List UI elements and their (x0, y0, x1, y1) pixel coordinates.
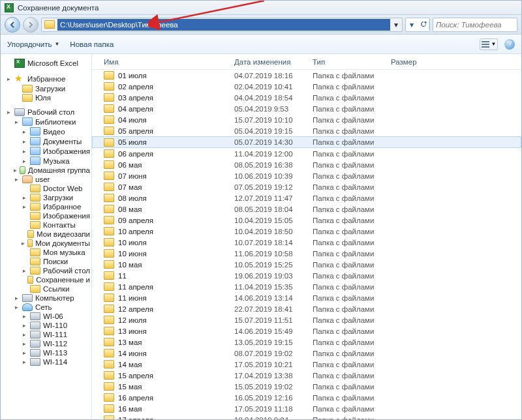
sidebar-item[interactable]: ▸Документы (2, 136, 90, 146)
expand-icon[interactable]: ▸ (14, 176, 20, 183)
file-row[interactable]: 16 апреля16.05.2019 12:16Папка с файлами (92, 392, 521, 403)
file-row[interactable]: 09 апреля10.04.2019 15:05Папка с файлами (92, 215, 521, 226)
sidebar-item[interactable]: ▸WI-06 (2, 312, 90, 321)
sidebar-item[interactable]: ▸WI-112 (2, 339, 90, 348)
expand-icon[interactable]: ▸ (22, 322, 27, 329)
file-row[interactable]: 07 мая07.05.2019 19:12Папка с файлами (92, 181, 521, 192)
expand-icon[interactable]: ▸ (22, 313, 27, 320)
file-row[interactable]: 13 июня14.06.2019 15:49Папка с файлами (92, 325, 521, 337)
sidebar-item[interactable]: Doctor Web (2, 184, 90, 193)
organize-button[interactable]: Упорядочить ▼ (7, 40, 59, 48)
sidebar-item[interactable]: Изображения (2, 211, 90, 220)
history-dropdown[interactable]: ▾ (406, 20, 418, 29)
file-row[interactable]: 10 июня11.06.2019 10:58Папка с файлами (92, 248, 521, 259)
expand-icon[interactable]: ▸ (22, 240, 25, 247)
file-row[interactable]: 13 мая13.05.2019 19:15Папка с файлами (92, 337, 521, 348)
file-row[interactable]: 16 мая17.05.2019 11:18Папка с файлами (92, 403, 521, 414)
address-path[interactable]: C:\Users\user\Desktop\Тимофеева (57, 19, 390, 31)
expand-icon[interactable]: ▸ (6, 76, 12, 82)
address-bar[interactable]: C:\Users\user\Desktop\Тимофеева ▾ (41, 18, 403, 32)
sidebar-item[interactable]: ▸Музыка (2, 156, 90, 166)
sidebar-item[interactable]: Загрузки (2, 84, 90, 93)
expand-icon[interactable]: ▸ (22, 359, 27, 365)
sidebar-item[interactable]: ▸Загрузки (2, 193, 90, 202)
sidebar-item[interactable]: ▸Рабочий стол (2, 108, 90, 117)
expand-icon[interactable]: ▸ (22, 158, 27, 164)
file-row[interactable]: 14 мая17.05.2019 10:21Папка с файлами (92, 359, 521, 370)
expand-icon[interactable]: ▸ (14, 119, 20, 125)
expand-icon[interactable]: ▸ (14, 167, 17, 173)
sidebar-item[interactable]: ▸Мои документы (2, 239, 90, 248)
file-row[interactable]: 04 апреля05.04.2019 9:53Папка с файлами (92, 103, 521, 114)
sidebar-item[interactable]: ▸★Избранное (2, 74, 90, 84)
file-row[interactable]: 03 апреля04.04.2019 18:54Папка с файлами (92, 92, 521, 103)
file-row[interactable]: 12 июля15.07.2019 11:51Папка с файлами (92, 314, 521, 325)
back-button[interactable] (5, 17, 20, 33)
sidebar-item[interactable]: Юля (2, 93, 90, 102)
expand-icon[interactable]: ▸ (14, 295, 20, 301)
expand-icon[interactable]: ▸ (22, 203, 27, 210)
address-dropdown[interactable]: ▾ (390, 20, 402, 29)
file-row[interactable]: 10 мая10.05.2019 15:25Папка с файлами (92, 259, 521, 270)
file-row[interactable]: 10 апреля10.04.2019 18:50Папка с файлами (92, 226, 521, 237)
file-row[interactable]: 08 июля12.07.2019 11:47Папка с файлами (92, 192, 521, 203)
expand-icon[interactable]: ▸ (14, 304, 20, 310)
sidebar-item[interactable]: ▸Компьютер (2, 293, 90, 303)
refresh-button[interactable] (418, 20, 429, 29)
sidebar-item[interactable]: ▸Видео (2, 127, 90, 136)
file-row[interactable]: 05 апреля05.04.2019 19:15Папка с файлами (92, 125, 521, 136)
sidebar-item[interactable]: Ссылки (2, 284, 90, 293)
file-row[interactable]: 15 апреля17.04.2019 13:38Папка с файлами (92, 370, 521, 381)
sidebar-item[interactable]: ▸WI-113 (2, 348, 90, 357)
file-row[interactable]: 06 мая08.05.2019 16:38Папка с файлами (92, 159, 521, 170)
expand-icon[interactable]: ▸ (6, 109, 12, 115)
file-row[interactable]: 10 июля10.07.2019 18:14Папка с файлами (92, 237, 521, 248)
sidebar-item[interactable]: Контакты (2, 220, 90, 230)
view-options-button[interactable]: ▼ (480, 38, 498, 50)
sidebar-tree[interactable]: Microsoft Excel▸★ИзбранноеЗагрузкиЮля▸Ра… (1, 54, 92, 420)
sidebar-item[interactable]: ▸Домашняя группа (2, 166, 90, 175)
file-row[interactable]: 04 июля15.07.2019 10:10Папка с файлами (92, 114, 521, 125)
file-row[interactable]: 08 мая08.05.2019 18:04Папка с файлами (92, 203, 521, 215)
sidebar-item[interactable]: ▸WI-114 (2, 357, 90, 367)
forward-button[interactable] (23, 17, 38, 33)
expand-icon[interactable]: ▸ (22, 138, 27, 145)
sidebar-item[interactable]: ▸Сеть (2, 303, 90, 312)
file-row[interactable]: 17 апреля18.04.2019 9:04Папка с файлами (92, 414, 521, 420)
file-row[interactable]: 15 мая15.05.2019 19:02Папка с файлами (92, 381, 521, 392)
expand-icon[interactable]: ▸ (22, 148, 27, 155)
sidebar-item[interactable]: ▸user (2, 175, 90, 184)
sidebar-item[interactable]: Поиски (2, 257, 90, 266)
expand-icon[interactable]: ▸ (22, 331, 27, 338)
column-size[interactable]: Размер (387, 58, 521, 66)
sidebar-item[interactable]: ▸Библиотеки (2, 117, 90, 127)
file-row[interactable]: 11 апреля11.04.2019 15:35Папка с файлами (92, 281, 521, 292)
column-date[interactable]: Дата изменения (230, 58, 309, 66)
search-input[interactable]: Поиск: Тимофеева (433, 18, 517, 32)
sidebar-item[interactable]: Сохраненные и (2, 275, 90, 284)
sidebar-item[interactable]: Мои видеозапи (2, 230, 90, 239)
new-folder-button[interactable]: Новая папка (70, 40, 114, 48)
expand-icon[interactable]: ▸ (22, 267, 27, 274)
file-row[interactable]: 02 апреля02.04.2019 10:41Папка с файлами (92, 81, 521, 92)
sidebar-item[interactable]: ▸Изображения (2, 146, 90, 156)
file-row[interactable]: 05 июля05.07.2019 14:30Папка с файлами (92, 136, 521, 148)
sidebar-item[interactable]: ▸WI-111 (2, 330, 90, 339)
sidebar-item[interactable]: ▸Рабочий стол (2, 266, 90, 275)
sidebar-item[interactable]: Моя музыка (2, 248, 90, 257)
file-row[interactable]: 12 апреля22.07.2019 18:41Папка с файлами (92, 303, 521, 314)
file-row[interactable]: 01 июля04.07.2019 18:16Папка с файлами (92, 70, 521, 81)
column-name[interactable]: Имя (100, 58, 230, 66)
file-row[interactable]: 06 апреля11.04.2019 12:00Папка с файлами (92, 148, 521, 159)
help-button[interactable]: ? (504, 39, 515, 50)
file-row[interactable]: 07 июня10.06.2019 10:39Папка с файлами (92, 170, 521, 181)
expand-icon[interactable]: ▸ (22, 194, 27, 201)
column-type[interactable]: Тип (309, 58, 387, 66)
expand-icon[interactable]: ▸ (22, 128, 27, 135)
sidebar-item[interactable]: ▸WI-110 (2, 321, 90, 330)
sidebar-item[interactable]: Microsoft Excel (2, 58, 90, 68)
file-row[interactable]: 11 июня14.06.2019 13:14Папка с файлами (92, 292, 521, 303)
sidebar-item[interactable]: ▸Избранное (2, 202, 90, 211)
expand-icon[interactable]: ▸ (22, 340, 27, 347)
expand-icon[interactable]: ▸ (22, 350, 27, 356)
